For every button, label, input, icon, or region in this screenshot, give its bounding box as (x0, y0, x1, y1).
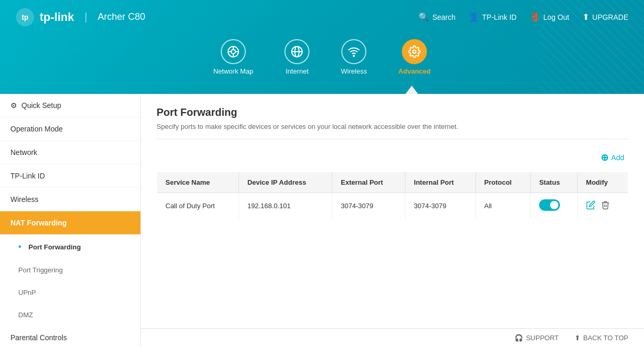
wireless-label: Wireless (341, 67, 367, 75)
nat-forwarding-label: NAT Forwarding (10, 219, 67, 227)
status-toggle[interactable] (539, 199, 560, 211)
network-map-label: Network Map (213, 67, 254, 75)
advanced-label: Advanced (398, 67, 431, 75)
search-label: Search (432, 13, 455, 21)
app-container: tp tp-link | Archer C80 🔍 Search 👤 TP-Li… (0, 0, 644, 347)
edit-button[interactable] (586, 200, 595, 212)
wireless-sidebar-label: Wireless (10, 195, 39, 204)
content-inner: Port Forwarding Specify ports to make sp… (141, 94, 644, 232)
port-triggering-label: Port Triggering (18, 266, 63, 274)
cell-internal-port: 3074-3079 (406, 193, 476, 219)
sidebar: ⚙ Quick Setup Operation Mode Network TP-… (0, 94, 141, 347)
tab-internet[interactable]: Internet (284, 39, 309, 94)
search-action[interactable]: 🔍 Search (419, 12, 455, 22)
back-to-top-label: BACK TO TOP (583, 334, 628, 342)
header: tp tp-link | Archer C80 🔍 Search 👤 TP-Li… (0, 0, 644, 94)
internet-label: Internet (285, 67, 308, 75)
sidebar-item-port-triggering[interactable]: Port Triggering (0, 259, 140, 281)
advanced-icon (402, 39, 427, 64)
page-description: Specify ports to make specific devices o… (157, 123, 628, 139)
support-icon: 🎧 (515, 334, 523, 342)
internet-icon (284, 39, 309, 64)
sidebar-item-port-forwarding[interactable]: Port Forwarding (0, 235, 140, 259)
tab-wireless[interactable]: Wireless (341, 39, 367, 94)
upnp-label: UPnP (18, 289, 36, 296)
nav-pointer (406, 86, 418, 94)
port-forwarding-table: Service Name Device IP Address External … (157, 172, 628, 219)
sidebar-item-operation-mode[interactable]: Operation Mode (0, 117, 140, 141)
th-modify: Modify (577, 172, 628, 193)
sidebar-item-tp-link-id[interactable]: TP-Link ID (0, 164, 140, 188)
th-device-ip: Device IP Address (238, 172, 332, 193)
svg-point-11 (353, 55, 354, 56)
cell-device-ip: 192.168.0.101 (238, 193, 332, 219)
cell-external-port: 3074-3079 (332, 193, 406, 219)
page-title: Port Forwarding (157, 106, 628, 118)
parental-controls-label: Parental Controls (10, 333, 67, 342)
sidebar-item-upnp[interactable]: UPnP (0, 281, 140, 304)
table-header-row: Service Name Device IP Address External … (157, 172, 628, 193)
search-icon: 🔍 (419, 12, 429, 22)
svg-point-3 (231, 50, 235, 54)
tplink-id-action[interactable]: 👤 TP-Link ID (469, 12, 517, 22)
tp-link-logo: tp (16, 8, 34, 27)
port-forwarding-label: Port Forwarding (29, 243, 81, 251)
cell-protocol: All (475, 193, 530, 219)
dmz-label: DMZ (18, 311, 33, 319)
add-button-label: Add (611, 153, 624, 162)
main-layout: ⚙ Quick Setup Operation Mode Network TP-… (0, 94, 644, 347)
footer: 🎧 SUPPORT ⬆ BACK TO TOP (141, 328, 644, 347)
sidebar-item-nat-forwarding[interactable]: NAT Forwarding (0, 211, 140, 235)
person-icon: 👤 (469, 12, 479, 22)
add-button[interactable]: ⊕ Add (597, 150, 628, 165)
back-to-top-link[interactable]: ⬆ BACK TO TOP (575, 334, 628, 342)
sidebar-item-dmz[interactable]: DMZ (0, 304, 140, 326)
model-name: Archer C80 (98, 11, 145, 22)
logo-area: tp tp-link | Archer C80 (16, 8, 145, 27)
logo-brand: tp-link (40, 10, 74, 24)
sidebar-item-parental-controls[interactable]: Parental Controls (0, 326, 140, 347)
th-status: Status (531, 172, 578, 193)
modify-actions (586, 200, 619, 212)
th-protocol: Protocol (475, 172, 530, 193)
quick-setup-icon: ⚙ (10, 101, 17, 110)
th-service-name: Service Name (157, 172, 239, 193)
table-row: Call of Duty Port 192.168.0.101 3074-307… (157, 193, 628, 219)
content-area: Port Forwarding Specify ports to make sp… (141, 94, 644, 347)
add-button-row: ⊕ Add (157, 150, 628, 165)
header-bg-decoration (540, 0, 644, 94)
wireless-icon (341, 39, 366, 64)
network-label: Network (10, 148, 37, 157)
sidebar-item-wireless[interactable]: Wireless (0, 188, 140, 211)
svg-text:tp: tp (21, 13, 28, 21)
cell-status (531, 193, 578, 219)
tplink-id-label: TP-Link ID (482, 13, 517, 21)
cell-modify (577, 193, 628, 219)
logo-divider: | (85, 11, 87, 23)
th-external-port: External Port (332, 172, 406, 193)
back-to-top-icon: ⬆ (575, 334, 580, 342)
network-map-icon (221, 39, 246, 64)
svg-point-12 (413, 50, 416, 53)
delete-button[interactable] (601, 200, 610, 212)
operation-mode-label: Operation Mode (10, 125, 63, 133)
tab-network-map[interactable]: Network Map (213, 39, 254, 94)
logo-svg: tp (16, 8, 34, 27)
support-label: SUPPORT (526, 334, 559, 342)
sidebar-item-network[interactable]: Network (0, 141, 140, 164)
support-link[interactable]: 🎧 SUPPORT (515, 334, 559, 342)
quick-setup-label: Quick Setup (21, 101, 61, 110)
cell-service-name: Call of Duty Port (157, 193, 239, 219)
tp-link-id-label: TP-Link ID (10, 172, 45, 180)
logout-icon: 🚪 (530, 12, 540, 22)
th-internal-port: Internal Port (406, 172, 476, 193)
sidebar-item-quick-setup[interactable]: ⚙ Quick Setup (0, 94, 140, 117)
add-icon: ⊕ (601, 152, 609, 163)
